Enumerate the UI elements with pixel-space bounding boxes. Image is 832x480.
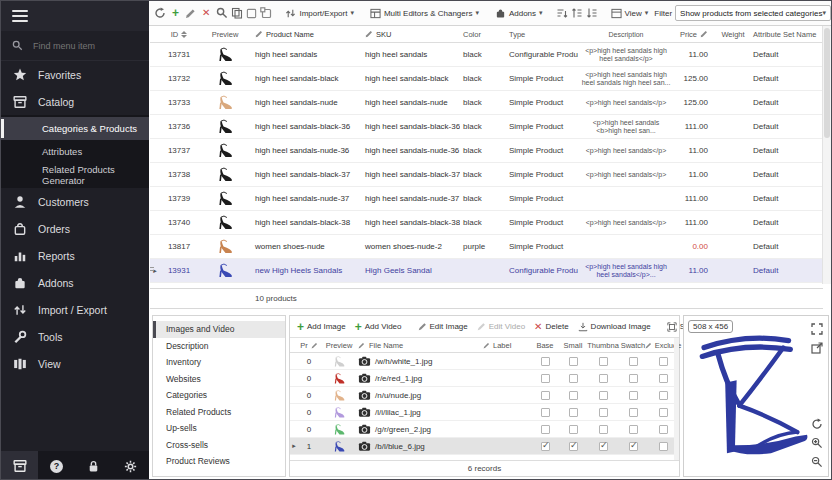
zoom-out-icon[interactable] <box>811 454 823 472</box>
select-checkbox-icon[interactable] <box>246 8 257 19</box>
hamburger-menu-icon[interactable] <box>12 7 28 25</box>
sidebar-item-orders[interactable]: Orders <box>1 215 149 242</box>
sidebar-item-view[interactable]: View <box>1 350 149 377</box>
column-header-base[interactable]: Base <box>531 341 559 350</box>
sort-icon[interactable] <box>556 7 568 19</box>
column-header-product-name[interactable]: Product Name <box>252 30 362 39</box>
sidebar-item-customers[interactable]: Customers <box>1 188 149 215</box>
column-header-swatch[interactable]: Swatch <box>619 341 647 350</box>
exclude-checkbox[interactable] <box>659 374 668 383</box>
multi-editors-dropdown[interactable]: Multi Editors & Changers▾ <box>367 6 482 21</box>
edit-image-button[interactable]: Edit Image <box>415 320 471 333</box>
addons-dropdown[interactable]: Addons▾ <box>492 6 546 21</box>
sidebar-item-addons[interactable]: Addons <box>1 269 149 296</box>
sidebar-item-attributes[interactable]: Attributes <box>1 140 149 163</box>
detail-tab[interactable]: Categories <box>153 387 285 404</box>
filter-select[interactable]: Show products from selected categories▾ <box>675 5 831 21</box>
column-header-type[interactable]: Type <box>506 30 578 39</box>
exclude-checkbox[interactable] <box>659 391 668 400</box>
detail-tab[interactable]: Inventory <box>153 354 285 371</box>
help-icon[interactable]: ? <box>50 460 63 473</box>
swatch-checkbox[interactable] <box>629 442 638 451</box>
table-row[interactable]: 13739 high heel sandals-nude-37 high hee… <box>150 187 822 211</box>
open-external-icon[interactable] <box>811 340 823 358</box>
image-row[interactable]: 0 /w/h/white_1.jpg <box>290 353 679 370</box>
add-product-button[interactable]: + <box>169 5 182 21</box>
swatch-checkbox[interactable] <box>629 391 638 400</box>
column-header-preview[interactable]: Preview <box>320 341 358 350</box>
swatch-checkbox[interactable] <box>629 425 638 434</box>
column-header-id[interactable]: ID <box>160 30 198 39</box>
table-row[interactable]: 13737 high heel sandals-nude-36 high hee… <box>150 139 822 163</box>
sidebar-item-related-products-generator[interactable]: Related Products Generator <box>1 163 149 186</box>
small-checkbox[interactable] <box>569 357 578 366</box>
sidebar-item-tools[interactable]: Tools <box>1 323 149 350</box>
base-checkbox[interactable] <box>541 425 550 434</box>
add-image-button[interactable]: +Add Image <box>294 319 349 335</box>
table-row[interactable]: 13738 high heel sandals-black-37 high he… <box>150 163 822 187</box>
detail-tab[interactable]: Up-sells <box>153 420 285 437</box>
delete-product-button[interactable]: ✕ <box>199 6 213 20</box>
column-header-sku[interactable]: SKU <box>362 30 460 39</box>
small-checkbox[interactable] <box>569 442 578 451</box>
edit-icon[interactable] <box>185 8 196 19</box>
fullscreen-icon[interactable] <box>811 321 823 339</box>
table-row[interactable]: 13736 high heel sandals-black-36 high he… <box>150 115 822 139</box>
column-header-attribute-set[interactable]: Attribute Set Name <box>750 30 822 39</box>
rotate-icon[interactable] <box>811 416 823 434</box>
image-row[interactable]: 0 /g/r/green_2.jpg <box>290 421 679 438</box>
exclude-checkbox[interactable] <box>659 357 668 366</box>
delete-image-button[interactable]: ✕Delete <box>531 320 572 334</box>
small-checkbox[interactable] <box>569 425 578 434</box>
base-checkbox[interactable] <box>541 374 550 383</box>
sidebar-item-categories-products[interactable]: Categories & Products <box>1 117 149 140</box>
panel-splitter-handle[interactable] <box>150 256 155 282</box>
column-header-description[interactable]: Description <box>578 26 674 43</box>
view-dropdown[interactable]: View▾ <box>608 6 652 21</box>
store-button[interactable] <box>1 451 38 480</box>
detail-tab[interactable]: Product Reviews <box>153 453 285 470</box>
swatch-checkbox[interactable] <box>629 357 638 366</box>
column-header-label[interactable]: Label <box>483 341 531 350</box>
refresh-icon[interactable] <box>154 7 166 19</box>
sidebar-item-import-export[interactable]: Import / Export <box>1 296 149 323</box>
table-row[interactable]: ▸ 13931 new High Heels Sandals High Geel… <box>150 259 822 283</box>
column-header-weight[interactable]: Weight <box>716 30 750 39</box>
lock-icon[interactable] <box>87 460 100 473</box>
sidebar-item-favorites[interactable]: Favorites <box>1 61 149 88</box>
image-row[interactable]: 0 /n/u/nude.jpg <box>290 387 679 404</box>
table-row[interactable]: 13732 high heel sandals-black high heel … <box>150 67 822 91</box>
exclude-checkbox[interactable] <box>659 408 668 417</box>
download-image-button[interactable]: Download Image <box>575 320 654 334</box>
gear-icon[interactable] <box>124 460 137 473</box>
sidebar-search[interactable] <box>1 31 149 61</box>
detail-tab[interactable]: Related Products <box>153 404 285 421</box>
column-header-preview[interactable]: Preview <box>198 30 252 39</box>
grid-scrollbar[interactable] <box>823 26 831 284</box>
images-grid-scrollbar[interactable] <box>674 338 679 460</box>
base-checkbox[interactable] <box>541 391 550 400</box>
detail-tab[interactable]: Description <box>153 338 285 355</box>
image-row[interactable]: ▸ 1 /b/l/blue_6.jpg <box>290 438 679 455</box>
column-header-color[interactable]: Color <box>460 30 506 39</box>
exclude-checkbox[interactable] <box>659 442 668 451</box>
detail-tab[interactable]: Cross-sells <box>153 437 285 454</box>
sidebar-item-catalog[interactable]: Catalog <box>1 88 149 115</box>
exclude-checkbox[interactable] <box>659 425 668 434</box>
swatch-checkbox[interactable] <box>629 408 638 417</box>
small-checkbox[interactable] <box>569 374 578 383</box>
duplicate-icon[interactable] <box>260 7 272 19</box>
base-checkbox[interactable] <box>541 357 550 366</box>
thumbnail-checkbox[interactable] <box>599 408 608 417</box>
detail-tab[interactable]: Images and Video <box>153 321 285 338</box>
sidebar-item-reports[interactable]: Reports <box>1 242 149 269</box>
thumbnail-checkbox[interactable] <box>599 374 608 383</box>
column-header-small[interactable]: Small <box>559 341 587 350</box>
table-row[interactable]: 13740 high heel sandals-black-38 high he… <box>150 211 822 235</box>
thumbnail-checkbox[interactable] <box>599 391 608 400</box>
zoom-in-icon[interactable] <box>811 435 823 453</box>
column-header-position[interactable]: Pr <box>298 341 320 350</box>
base-checkbox[interactable] <box>541 442 550 451</box>
base-checkbox[interactable] <box>541 408 550 417</box>
small-checkbox[interactable] <box>569 408 578 417</box>
